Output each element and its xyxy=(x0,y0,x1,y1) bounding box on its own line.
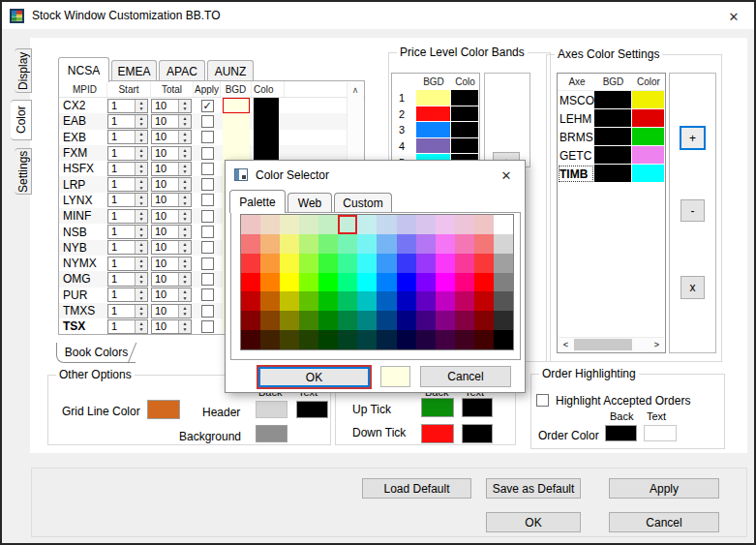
palette-color-cell[interactable] xyxy=(455,330,474,349)
book-colors-tab[interactable]: Book Colors xyxy=(56,343,136,363)
scrollbar-thumb[interactable] xyxy=(574,339,632,350)
palette-color-cell[interactable] xyxy=(474,311,494,330)
apply-checkbox[interactable] xyxy=(201,257,214,270)
palette-color-cell[interactable] xyxy=(357,273,377,292)
palette-color-cell[interactable] xyxy=(241,273,260,292)
price-bgd-swatch[interactable] xyxy=(416,106,451,123)
palette-color-cell[interactable] xyxy=(377,273,396,292)
palette-color-cell[interactable] xyxy=(280,234,299,254)
spin-down-icon[interactable]: ▼ xyxy=(179,263,191,270)
up-tick-text-swatch[interactable] xyxy=(462,398,493,417)
spinner-value[interactable]: 10 xyxy=(152,194,178,206)
spin-down-icon[interactable]: ▼ xyxy=(136,279,147,286)
spinner-value[interactable]: 10 xyxy=(152,226,178,238)
palette-color-cell[interactable] xyxy=(357,254,377,273)
up-tick-back-swatch[interactable] xyxy=(421,398,454,417)
palette-color-cell[interactable] xyxy=(474,234,494,254)
palette-color-cell[interactable] xyxy=(397,273,416,292)
palette-color-cell[interactable] xyxy=(455,215,474,234)
axes-bgd-swatch[interactable] xyxy=(594,146,632,165)
order-text-swatch[interactable] xyxy=(644,425,677,441)
palette-color-cell[interactable] xyxy=(241,330,260,349)
price-color-swatch[interactable] xyxy=(451,90,479,106)
palette-color-cell[interactable] xyxy=(436,330,455,349)
palette-color-cell[interactable] xyxy=(338,291,357,311)
text-color-swatch[interactable] xyxy=(254,98,279,113)
price-color-swatch[interactable] xyxy=(451,106,479,123)
spinner-value[interactable]: 10 xyxy=(152,131,178,143)
palette-color-cell[interactable] xyxy=(318,311,338,330)
palette-color-cell[interactable] xyxy=(436,234,455,254)
window-close-icon[interactable]: ✕ xyxy=(725,8,742,25)
sidebar-tab-display[interactable]: Display xyxy=(15,48,32,93)
text-color-swatch[interactable] xyxy=(254,113,279,129)
spinner-value[interactable]: 10 xyxy=(152,241,178,254)
spin-down-icon[interactable]: ▼ xyxy=(179,216,191,223)
palette-color-cell[interactable] xyxy=(377,215,396,234)
palette-color-cell[interactable] xyxy=(299,234,318,254)
spinner-value[interactable]: 10 xyxy=(152,210,178,223)
palette-color-cell[interactable] xyxy=(377,254,396,273)
scroll-up-icon[interactable]: ∧ xyxy=(348,82,363,97)
spinner-value[interactable]: 10 xyxy=(152,257,178,270)
spin-down-icon[interactable]: ▼ xyxy=(136,185,147,192)
load-default-button[interactable]: Load Default xyxy=(362,478,471,499)
spin-down-icon[interactable]: ▼ xyxy=(179,295,191,302)
palette-color-cell[interactable] xyxy=(377,291,396,311)
spin-down-icon[interactable]: ▼ xyxy=(136,106,147,112)
palette-color-cell[interactable] xyxy=(318,234,338,254)
region-tab-ncsa[interactable]: NCSA xyxy=(58,57,109,82)
axes-remove-button[interactable]: - xyxy=(680,199,705,222)
color-selector-ok-button[interactable]: OK xyxy=(257,365,372,389)
apply-checkbox[interactable] xyxy=(201,320,214,333)
palette-color-cell[interactable] xyxy=(377,234,396,254)
palette-color-cell[interactable] xyxy=(260,330,280,349)
axes-color-swatch[interactable] xyxy=(632,109,665,128)
palette-color-cell[interactable] xyxy=(260,291,280,311)
apply-checkbox[interactable] xyxy=(201,241,214,254)
palette-color-cell[interactable] xyxy=(338,215,357,234)
apply-checkbox[interactable] xyxy=(201,273,214,286)
apply-button[interactable]: Apply xyxy=(609,478,719,499)
palette-color-cell[interactable] xyxy=(338,311,357,330)
price-bgd-swatch[interactable] xyxy=(416,90,451,106)
spinner-value[interactable]: 1 xyxy=(108,194,135,206)
sidebar-tab-color[interactable]: Color xyxy=(11,100,32,140)
selector-tab-palette[interactable]: Palette xyxy=(229,190,286,213)
spin-down-icon[interactable]: ▼ xyxy=(136,248,147,255)
spin-down-icon[interactable]: ▼ xyxy=(136,216,147,223)
palette-color-cell[interactable] xyxy=(280,215,299,234)
spinner-value[interactable]: 10 xyxy=(152,288,178,301)
highlight-accepted-orders-checkbox[interactable] xyxy=(536,394,549,407)
spin-down-icon[interactable]: ▼ xyxy=(136,232,147,239)
spinner-value[interactable]: 10 xyxy=(152,147,178,160)
bgd-color-swatch[interactable] xyxy=(223,145,250,161)
spin-down-icon[interactable]: ▼ xyxy=(179,311,191,318)
spinner-value[interactable]: 10 xyxy=(152,320,178,333)
sidebar-tab-settings[interactable]: Settings xyxy=(15,148,32,195)
scroll-right-icon[interactable]: > xyxy=(650,338,664,351)
axes-color-swatch[interactable] xyxy=(632,165,665,183)
down-tick-text-swatch[interactable] xyxy=(462,424,493,443)
spinner-value[interactable]: 1 xyxy=(108,288,135,301)
palette-color-cell[interactable] xyxy=(397,311,416,330)
palette-color-cell[interactable] xyxy=(260,311,280,330)
price-color-swatch[interactable] xyxy=(451,122,479,138)
spinner-value[interactable]: 1 xyxy=(108,241,135,254)
cancel-button[interactable]: Cancel xyxy=(609,512,719,532)
spinner-value[interactable]: 10 xyxy=(152,305,178,318)
spin-down-icon[interactable]: ▼ xyxy=(179,185,191,192)
spin-down-icon[interactable]: ▼ xyxy=(179,232,191,239)
palette-color-cell[interactable] xyxy=(494,330,513,349)
apply-checkbox[interactable]: ✓ xyxy=(201,100,214,112)
palette-color-cell[interactable] xyxy=(299,254,318,273)
spin-down-icon[interactable]: ▼ xyxy=(136,311,147,318)
save-as-default-button[interactable]: Save as Default xyxy=(486,478,581,499)
palette-color-cell[interactable] xyxy=(260,254,280,273)
palette-color-cell[interactable] xyxy=(455,291,474,311)
region-tab-aunz[interactable]: AUNZ xyxy=(207,60,254,81)
order-back-swatch[interactable] xyxy=(605,425,637,441)
axes-horizontal-scrollbar[interactable]: < > xyxy=(559,337,664,351)
palette-color-cell[interactable] xyxy=(397,254,416,273)
palette-color-cell[interactable] xyxy=(455,254,474,273)
